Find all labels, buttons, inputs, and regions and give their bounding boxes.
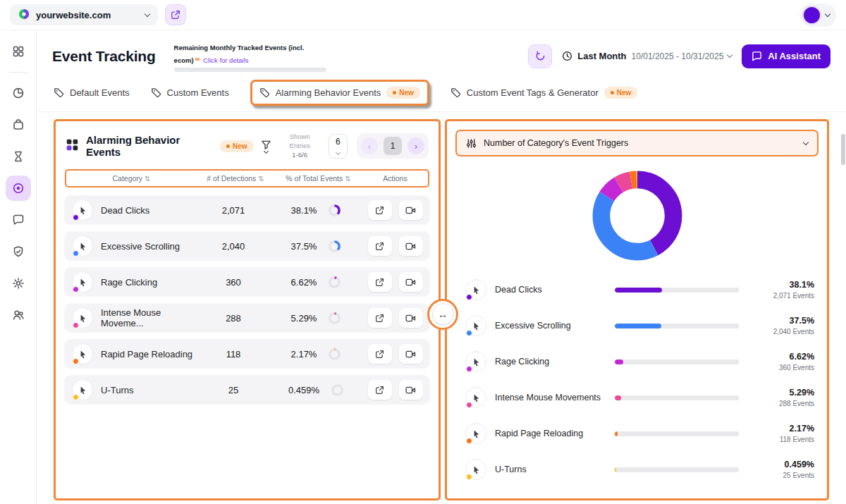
- page-size-select[interactable]: 6: [329, 134, 348, 159]
- open-site-button[interactable]: [165, 4, 186, 25]
- chevron-down-icon: [803, 139, 809, 145]
- video-replay-button[interactable]: [399, 308, 423, 328]
- tab-custom-event-tags-generator[interactable]: Custom Event Tags & GeneratorNew: [450, 87, 637, 99]
- category-name: Rage Clicking: [101, 277, 157, 288]
- swap-arrows-icon: ↔: [438, 309, 448, 320]
- range-dates[interactable]: 10/01/2025 - 10/31/2025: [632, 51, 732, 61]
- event-tracking-icon[interactable]: [6, 176, 31, 201]
- percent-of-total: 38.1%: [291, 205, 317, 216]
- video-replay-button[interactable]: [399, 344, 423, 364]
- chart-metric-dropdown[interactable]: Number of Category's Event Triggers: [455, 130, 819, 156]
- new-badge: New: [604, 87, 638, 99]
- legend-percent: 5.29%: [779, 388, 814, 398]
- mini-donut-indicator: [328, 348, 341, 361]
- legend-bar-track: [615, 324, 739, 328]
- table-grid-icon: [66, 138, 79, 154]
- open-details-button[interactable]: [368, 236, 392, 256]
- scrollbar[interactable]: [841, 134, 845, 165]
- legend-bar-track: [615, 288, 739, 293]
- video-replay-button[interactable]: [399, 236, 423, 256]
- account-menu[interactable]: [799, 4, 836, 27]
- category-cursor-icon: [465, 459, 486, 480]
- filter-button[interactable]: [261, 140, 271, 153]
- security-shield-icon[interactable]: [6, 239, 31, 264]
- tag-icon: [54, 87, 64, 98]
- category-color-dot: [73, 322, 79, 328]
- category-cursor-icon: [72, 199, 93, 221]
- tab-custom-events[interactable]: Custom Events: [151, 87, 229, 98]
- external-link-icon: [375, 242, 384, 251]
- range-label: Last Month: [577, 51, 626, 61]
- detections-count: 2,040: [195, 241, 272, 252]
- category-cursor-icon: [72, 235, 93, 257]
- site-logo-icon: [18, 8, 30, 22]
- avatar: [802, 6, 821, 25]
- table-row: Rapid Page Reloading 118 2.17%: [64, 339, 430, 369]
- open-details-button[interactable]: [368, 380, 392, 400]
- dashboard-icon[interactable]: [6, 39, 31, 64]
- percent-of-total: 2.17%: [291, 349, 317, 359]
- category-name: Intense Mouse Moveme...: [101, 307, 195, 328]
- tab-default-events[interactable]: Default Events: [54, 87, 130, 98]
- category-cursor-icon: [465, 423, 486, 444]
- shown-entries: Shown Entries 1-6/6: [281, 133, 319, 159]
- category-color-dot: [73, 286, 79, 293]
- next-page-button[interactable]: ›: [407, 137, 424, 154]
- chevron-down-icon: [825, 11, 830, 16]
- column-header-of-detections[interactable]: # of Detections⇅: [197, 174, 274, 183]
- legend-category-name: Rage Clicking: [495, 357, 549, 367]
- date-range-picker[interactable]: Last Month 10/01/2025 - 10/31/2025: [562, 51, 732, 61]
- hourglass-icon[interactable]: [6, 144, 31, 169]
- mini-donut-indicator: [328, 312, 341, 325]
- legend-bar-track: [615, 359, 739, 364]
- category-color-dot: [466, 438, 472, 444]
- current-page[interactable]: 1: [384, 137, 402, 155]
- legend-bar-fill: [615, 395, 621, 400]
- video-replay-button[interactable]: [399, 272, 423, 292]
- swap-panels-button[interactable]: ↔: [432, 303, 454, 325]
- open-details-button[interactable]: [368, 344, 392, 364]
- open-details-button[interactable]: [368, 308, 392, 328]
- annotation-ring: ↔: [427, 299, 458, 330]
- external-link-icon: [375, 386, 384, 395]
- legend-bar-track: [615, 467, 739, 472]
- column-header-of-total-events[interactable]: % of Total Events⇅: [274, 174, 362, 183]
- legend-events-count: 2,040 Events: [773, 328, 814, 336]
- table-body: Dead Clicks 2,071 38.1% Excessive Scr: [64, 195, 430, 405]
- detections-count: 288: [195, 313, 272, 324]
- settings-gear-icon[interactable]: [6, 271, 31, 296]
- refresh-icon: [535, 51, 546, 61]
- legend-category-name: Excessive Scrolling: [495, 321, 571, 331]
- category-color-dot: [466, 330, 472, 336]
- detections-count: 25: [195, 385, 272, 395]
- ai-assistant-button[interactable]: AI Assistant: [742, 44, 830, 68]
- sort-icon: ⇅: [345, 175, 350, 183]
- video-replay-button[interactable]: [399, 380, 423, 400]
- tab-alarming-behavior-events[interactable]: Alarming Behavior EventsNew: [250, 80, 429, 106]
- column-header-actions: Actions: [362, 174, 428, 183]
- pagination: ‹ 1 ›: [357, 133, 429, 159]
- prev-page-button[interactable]: ‹: [361, 137, 378, 154]
- users-icon[interactable]: [6, 302, 31, 328]
- site-selector[interactable]: yourwebsite.com: [10, 4, 158, 25]
- tab-label: Default Events: [70, 87, 130, 98]
- ecommerce-icon[interactable]: [6, 112, 31, 137]
- column-header-category[interactable]: Category⇅: [66, 174, 197, 183]
- quota-progress-bar: [174, 68, 326, 72]
- refresh-button[interactable]: [528, 44, 552, 68]
- category-color-dot: [466, 294, 472, 300]
- open-details-button[interactable]: [368, 272, 392, 292]
- category-cursor-icon: [72, 307, 93, 328]
- video-replay-button[interactable]: [399, 200, 423, 220]
- legend-row: Intense Mouse Movements 5.29% 288 Events: [465, 382, 814, 413]
- analytics-icon[interactable]: [6, 80, 31, 106]
- legend-bar-fill: [615, 467, 616, 472]
- feedback-icon[interactable]: [6, 207, 31, 233]
- site-name: yourwebsite.com: [36, 10, 111, 20]
- legend-bar-fill: [615, 359, 623, 364]
- open-details-button[interactable]: [368, 200, 392, 220]
- sort-icon: ⇅: [258, 175, 264, 183]
- click-for-details-link[interactable]: Click for details: [203, 56, 248, 64]
- percent-of-total: 6.62%: [291, 277, 317, 288]
- panel-title: Alarming Behavior Events: [86, 134, 213, 158]
